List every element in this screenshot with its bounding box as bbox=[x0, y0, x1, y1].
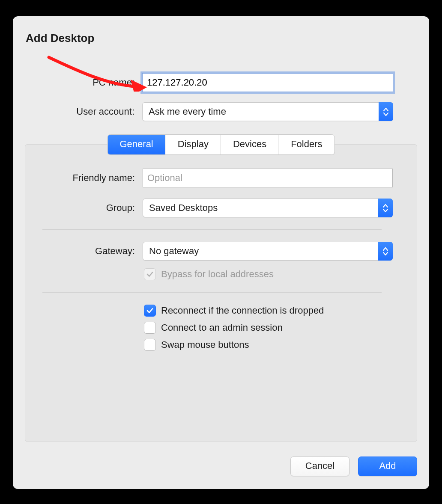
pc-name-label: PC name: bbox=[25, 77, 134, 88]
swap-label: Swap mouse buttons bbox=[161, 339, 249, 350]
stepper-icon bbox=[378, 242, 393, 261]
cancel-button[interactable]: Cancel bbox=[290, 457, 349, 476]
tab-group: General Display Devices & Audio Folders bbox=[107, 134, 334, 155]
stepper-icon bbox=[378, 199, 393, 217]
group-value: Saved Desktops bbox=[143, 199, 393, 217]
admin-label: Connect to an admin session bbox=[161, 322, 283, 333]
friendly-name-label: Friendly name: bbox=[25, 172, 135, 184]
tab-folders[interactable]: Folders bbox=[279, 135, 334, 154]
pc-name-input[interactable] bbox=[142, 73, 393, 92]
gateway-value: No gateway bbox=[143, 242, 393, 261]
add-desktop-sheet: Add Desktop PC name: User account: Ask m… bbox=[13, 16, 429, 489]
friendly-name-input[interactable] bbox=[143, 169, 393, 187]
stepper-icon bbox=[379, 102, 393, 121]
reconnect-label: Reconnect if the connection is dropped bbox=[161, 305, 324, 316]
gateway-select[interactable]: No gateway bbox=[143, 242, 393, 261]
divider bbox=[42, 292, 382, 293]
divider bbox=[42, 229, 382, 230]
user-account-value: Ask me every time bbox=[142, 102, 393, 121]
group-label: Group: bbox=[25, 202, 135, 213]
swap-checkbox[interactable] bbox=[144, 339, 156, 351]
gateway-label: Gateway: bbox=[25, 246, 135, 257]
group-select[interactable]: Saved Desktops bbox=[143, 199, 393, 217]
tab-devices-audio[interactable]: Devices & Audio bbox=[221, 135, 279, 154]
general-panel: Friendly name: Group: Saved Desktops bbox=[25, 144, 417, 442]
bypass-label: Bypass for local addresses bbox=[161, 269, 274, 280]
reconnect-checkbox[interactable] bbox=[144, 305, 156, 317]
tab-general[interactable]: General bbox=[108, 135, 165, 154]
admin-checkbox[interactable] bbox=[144, 322, 156, 334]
bypass-checkbox bbox=[144, 268, 156, 280]
user-account-label: User account: bbox=[25, 106, 134, 117]
user-account-select[interactable]: Ask me every time bbox=[142, 102, 393, 121]
tab-display[interactable]: Display bbox=[166, 135, 221, 154]
add-button[interactable]: Add bbox=[358, 457, 417, 476]
dialog-title: Add Desktop bbox=[26, 32, 417, 45]
